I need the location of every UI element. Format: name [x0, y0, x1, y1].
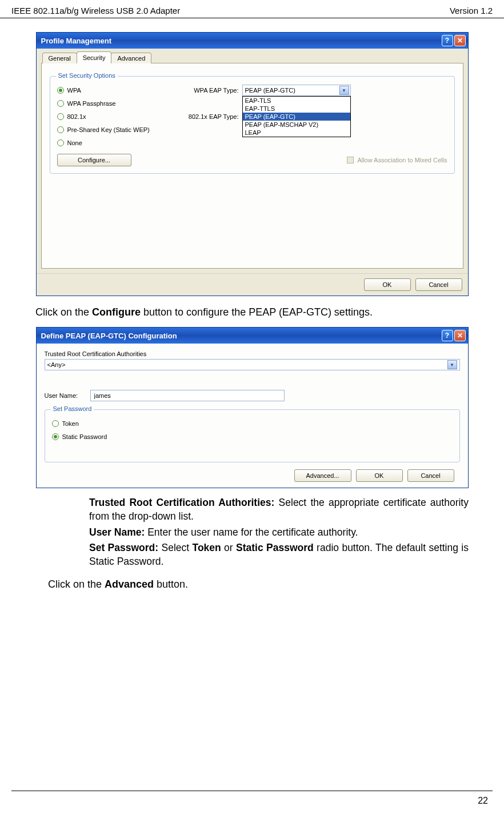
radio-label: Pre-Shared Key (Static WEP) [67, 126, 150, 133]
ok-button[interactable]: OK [356, 469, 403, 482]
dialog-footer: Advanced... OK Cancel [45, 462, 460, 488]
help-icon[interactable]: ? [442, 35, 453, 46]
tabbar: General Security Advanced [41, 52, 463, 63]
radio-psk-wep[interactable] [57, 126, 64, 133]
chevron-down-icon[interactable]: ▼ [447, 360, 457, 369]
radio-label: Static Password [62, 433, 107, 440]
eap-option[interactable]: EAP-TTLS [243, 105, 350, 113]
radio-label: WPA Passphrase [67, 100, 176, 107]
eap-option-selected[interactable]: PEAP (EAP-GTC) [243, 113, 350, 121]
mixed-cells-label: Allow Association to Mixed Cells [357, 157, 447, 163]
radio-label: Token [62, 420, 79, 427]
help-icon[interactable]: ? [442, 330, 453, 341]
security-groupbox: Set Security Options WPA WPA EAP Type: P… [50, 76, 455, 174]
dialog-title: Profile Management [41, 37, 112, 45]
eap-option[interactable]: EAP-TLS [243, 97, 350, 105]
peap-config-dialog: Define PEAP (EAP-GTC) Configuration ? ✕ … [36, 327, 469, 488]
titlebar: Define PEAP (EAP-GTC) Configuration ? ✕ [37, 328, 468, 344]
trca-dropdown[interactable]: <Any> ▼ [45, 359, 460, 370]
bullet [70, 526, 89, 540]
page-number: 22 [478, 796, 488, 806]
username-label: User Name: [45, 392, 90, 399]
page-footer-line [11, 791, 493, 791]
list-item: Trusted Root Certification Authorities: … [70, 496, 469, 523]
radio-token[interactable] [52, 420, 59, 427]
radio-label-wpa: WPA [67, 87, 176, 94]
mixed-cells-checkbox [347, 157, 354, 163]
bullet [70, 541, 89, 568]
list-item: Set Password: Select Token or Static Pas… [70, 541, 469, 568]
close-icon[interactable]: ✕ [454, 35, 466, 46]
dropdown-value: PEAP (EAP-GTC) [245, 87, 339, 94]
paragraph: Click on the Configure button to configu… [35, 305, 469, 319]
tab-general[interactable]: General [42, 53, 77, 63]
dialog-footer: OK Cancel [37, 273, 468, 296]
username-input[interactable] [90, 390, 285, 401]
radio-8021x[interactable] [57, 113, 64, 120]
bullet-list: Trusted Root Certification Authorities: … [70, 496, 469, 568]
paragraph: Click on the Advanced button. [48, 577, 469, 591]
eap-option[interactable]: LEAP [243, 129, 350, 137]
trca-label: Trusted Root Certification Authorities [45, 350, 460, 357]
8021x-eap-label: 802.1x EAP Type: [176, 113, 239, 120]
password-groupbox: Set Password Token Static Password [45, 409, 460, 462]
content: Profile Management ? ✕ General Security … [0, 18, 504, 592]
group-legend: Set Security Options [56, 72, 118, 79]
profile-management-dialog: Profile Management ? ✕ General Security … [36, 32, 469, 296]
page-header: IEEE 802.11a/b/g Wireless USB 2.0 Adapte… [0, 0, 504, 18]
configure-button[interactable]: Configure... [57, 154, 131, 166]
trca-value: <Any> [47, 361, 447, 368]
dialog-title: Define PEAP (EAP-GTC) Configuration [41, 332, 177, 340]
group-legend: Set Password [51, 405, 94, 412]
radio-none[interactable] [57, 139, 64, 146]
radio-label: None [67, 139, 176, 146]
chevron-down-icon[interactable]: ▼ [339, 86, 349, 95]
radio-label: 802.1x [67, 113, 176, 120]
radio-static-password[interactable] [52, 433, 59, 440]
radio-wpa[interactable] [57, 87, 64, 94]
eap-option[interactable]: PEAP (EAP-MSCHAP V2) [243, 121, 350, 129]
cancel-button[interactable]: Cancel [415, 278, 462, 291]
eap-dropdown-list[interactable]: EAP-TLS EAP-TTLS PEAP (EAP-GTC) PEAP (EA… [242, 96, 351, 137]
cancel-button[interactable]: Cancel [407, 469, 454, 482]
titlebar: Profile Management ? ✕ [37, 33, 468, 49]
header-left: IEEE 802.11a/b/g Wireless USB 2.0 Adapte… [11, 6, 180, 15]
ok-button[interactable]: OK [364, 278, 411, 291]
tabpanel: Set Security Options WPA WPA EAP Type: P… [41, 63, 463, 269]
header-right: Version 1.2 [450, 6, 493, 15]
close-icon[interactable]: ✕ [454, 330, 466, 341]
tab-advanced[interactable]: Advanced [111, 53, 151, 63]
tab-security[interactable]: Security [77, 51, 112, 63]
bullet [70, 496, 89, 523]
advanced-button[interactable]: Advanced... [294, 469, 351, 482]
wpa-eap-dropdown[interactable]: PEAP (EAP-GTC) ▼ [242, 85, 351, 96]
wpa-eap-label: WPA EAP Type: [176, 87, 239, 94]
radio-wpa-passphrase[interactable] [57, 100, 64, 107]
list-item: User Name: Enter the user name for the c… [70, 526, 469, 540]
